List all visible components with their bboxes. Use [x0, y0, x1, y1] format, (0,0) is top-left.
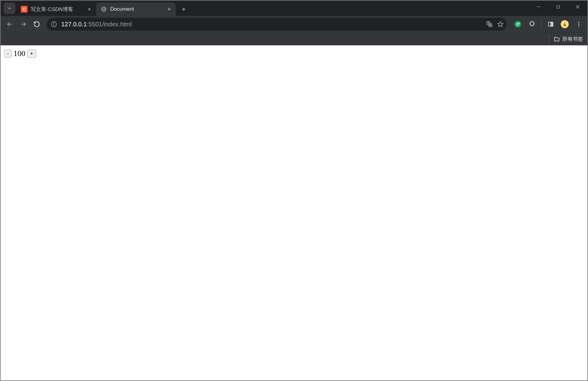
- extensions-area: [512, 18, 585, 30]
- tab-strip: C 写文章-CSDN博客 Document: [1, 1, 587, 16]
- profile-button[interactable]: [559, 18, 571, 30]
- search-tabs-button[interactable]: [4, 2, 15, 14]
- url-host: 127.0.0.1: [61, 21, 87, 28]
- svg-marker-20: [498, 21, 503, 27]
- tab-title: 写文章-CSDN博客: [31, 6, 84, 13]
- avatar-icon: [561, 20, 569, 28]
- back-button[interactable]: [3, 17, 17, 31]
- chevron-down-icon: [7, 6, 12, 10]
- kebab-icon: [576, 21, 582, 27]
- globe-favicon-icon: [100, 6, 107, 13]
- new-tab-button[interactable]: [178, 4, 189, 15]
- tab-close-button[interactable]: [86, 6, 92, 12]
- extension-green-button[interactable]: [512, 18, 524, 30]
- side-panel-button[interactable]: [545, 18, 557, 30]
- all-bookmarks-button[interactable]: 所有书签: [554, 36, 583, 43]
- omnibox-actions: [486, 21, 504, 28]
- counter-value: 100: [13, 49, 25, 58]
- window-maximize-button[interactable]: [548, 1, 568, 13]
- svg-point-23: [578, 22, 579, 23]
- decrement-button[interactable]: -: [4, 50, 12, 58]
- plus-icon: [181, 7, 186, 12]
- close-icon: [88, 7, 91, 11]
- separator: [541, 20, 541, 28]
- translate-icon: [486, 21, 493, 28]
- page-viewport: - 100 +: [1, 45, 587, 380]
- reload-icon: [33, 21, 40, 28]
- maximize-icon: [556, 5, 560, 9]
- window-minimize-button[interactable]: [529, 1, 548, 13]
- forward-button[interactable]: [17, 17, 30, 31]
- star-icon: [497, 21, 504, 28]
- minimize-icon: [536, 5, 541, 9]
- tab-document[interactable]: Document: [96, 2, 176, 16]
- toolbar: 127.0.0.1:5501/index.html: [1, 16, 587, 32]
- sync-extension-icon: [514, 21, 521, 28]
- tab-csdn[interactable]: C 写文章-CSDN博客: [17, 2, 96, 16]
- increment-button[interactable]: +: [27, 50, 36, 58]
- window-close-button[interactable]: [568, 1, 587, 13]
- bookmarks-bar: 所有书签: [1, 32, 587, 45]
- counter-widget: - 100 +: [4, 49, 584, 58]
- close-icon: [575, 5, 580, 9]
- separator: [549, 35, 549, 43]
- browser-chrome: C 写文章-CSDN博客 Document: [1, 1, 587, 45]
- close-icon: [167, 7, 171, 11]
- url-text: 127.0.0.1:5501/index.html: [61, 21, 486, 28]
- site-info-button[interactable]: [50, 20, 58, 28]
- arrow-right-icon: [20, 21, 27, 28]
- address-bar[interactable]: 127.0.0.1:5501/index.html: [47, 18, 507, 31]
- window-controls: [529, 1, 587, 13]
- tab-title: Document: [110, 6, 164, 12]
- svg-rect-22: [551, 22, 553, 26]
- reload-button[interactable]: [30, 17, 43, 31]
- chrome-menu-button[interactable]: [573, 18, 585, 30]
- svg-point-17: [54, 23, 54, 23]
- svg-rect-10: [557, 6, 560, 8]
- svg-point-24: [578, 24, 579, 25]
- extensions-menu-button[interactable]: [526, 18, 538, 30]
- url-path: :5501/index.html: [87, 21, 132, 28]
- all-bookmarks-label: 所有书签: [562, 36, 583, 43]
- panel-icon: [548, 21, 554, 27]
- bookmark-button[interactable]: [497, 21, 504, 28]
- svg-point-25: [578, 25, 579, 26]
- folder-icon: [554, 36, 560, 42]
- translate-button[interactable]: [486, 21, 493, 28]
- tab-close-button[interactable]: [166, 6, 172, 12]
- info-icon: [51, 21, 57, 28]
- arrow-left-icon: [6, 21, 13, 28]
- puzzle-icon: [529, 21, 535, 28]
- csdn-favicon-icon: C: [21, 6, 28, 13]
